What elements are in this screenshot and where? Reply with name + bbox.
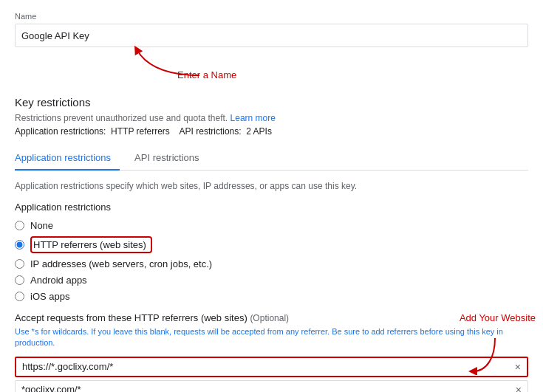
learn-more-link[interactable]: Learn more [230,113,276,123]
radio-none-input[interactable] [15,221,24,230]
tab-application-restrictions[interactable]: Application restrictions [15,146,120,171]
radio-ip-item: IP addresses (web servers, cron jobs, et… [15,258,528,269]
radio-android-input[interactable] [15,275,24,285]
key-restrictions-section: Key restrictions Restrictions prevent un… [15,96,528,392]
tabs-row: Application restrictions API restriction… [15,145,528,171]
name-label: Name [15,12,528,21]
app-restrictions-description: Application restrictions specify which w… [15,181,528,191]
referrer-row-1: × [15,357,528,377]
referrer-row-2: × [15,380,528,392]
app-restrictions-subtitle: Application restrictions [15,202,528,213]
radio-group: None HTTP referrers (web sites) IP addre… [15,220,528,302]
radio-android-label: Android apps [30,275,87,286]
accept-desc: Use *s for wildcards. If you leave this … [15,326,528,349]
accept-requests-section: Accept requests from these HTTP referrer… [15,312,528,392]
radio-http-input[interactable] [15,240,24,250]
referrer-input-1[interactable] [22,361,509,372]
add-website-annotation: Add Your Website [440,312,536,323]
referrers-and-annotation: Add Your Website × × [15,357,528,392]
radio-http-item: HTTP referrers (web sites) [15,236,528,253]
radio-none-item: None [15,220,528,231]
radio-ios-input[interactable] [15,292,24,301]
tab-api-restrictions[interactable]: API restrictions [134,146,208,171]
radio-ios-item: iOS apps [15,291,528,302]
enter-name-text: Enter a Name [177,69,236,80]
remove-referrer-2-button[interactable]: × [510,384,522,392]
current-restrictions-summary: Application restrictions: HTTP referrers… [15,126,528,137]
enter-name-annotation-container: Enter a Name [15,59,528,96]
radio-ip-input[interactable] [15,259,24,269]
radio-none-label: None [30,220,53,231]
referrer-input-2[interactable] [21,384,510,392]
add-website-arrow-icon [458,334,502,375]
name-section: Name [15,12,528,47]
name-input[interactable] [15,24,528,47]
radio-ios-label: iOS apps [30,291,69,302]
remove-referrer-1-button[interactable]: × [509,361,521,373]
accept-optional: (Optional) [250,313,289,323]
key-restrictions-title: Key restrictions [15,96,528,109]
restrictions-desc: Restrictions prevent unauthorized use an… [15,113,528,123]
radio-http-label-highlighted: HTTP referrers (web sites) [30,236,152,253]
radio-ip-label: IP addresses (web servers, cron jobs, et… [30,258,212,269]
radio-android-item: Android apps [15,275,528,286]
